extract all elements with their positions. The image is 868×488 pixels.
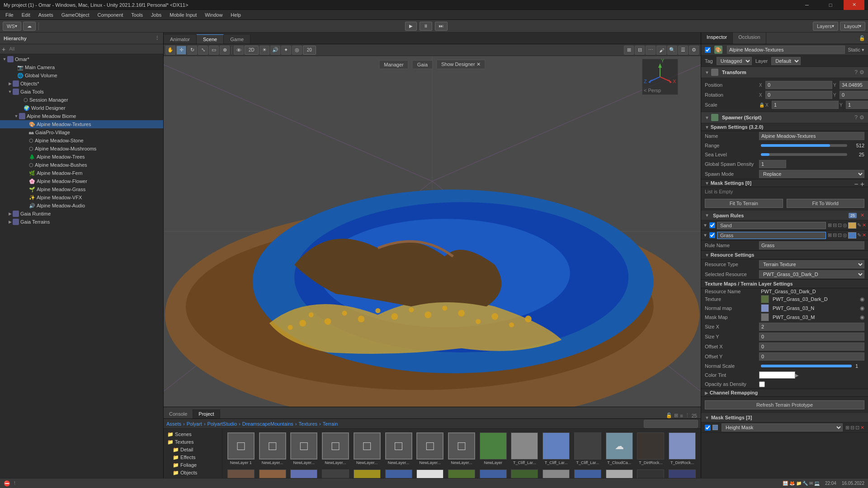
asset-tgrasster1[interactable]: T_GrassTer... (447, 469, 476, 479)
asset-tforestg3[interactable]: T_ForestG... (415, 469, 445, 479)
size-y-input[interactable] (759, 333, 864, 341)
workspace-button[interactable]: WS ▾ (3, 22, 21, 31)
viewport[interactable]: Manager Gaia Show Designer ✕ Y (164, 56, 701, 407)
settings-scene-button[interactable]: ⚙ (689, 46, 699, 55)
lock-icon[interactable]: 🔓 (666, 413, 672, 418)
tab-project[interactable]: Project (193, 409, 220, 418)
remove-mask-button[interactable]: − (854, 180, 858, 188)
grass-color-swatch[interactable] (848, 232, 856, 239)
opacity-checkbox[interactable] (759, 381, 765, 387)
asset-tforestg1[interactable]: T_ForestG... (352, 469, 382, 479)
asset-tforestg2[interactable]: T_ForestG... (384, 469, 414, 479)
menu-jobs[interactable]: Jobs (147, 11, 165, 19)
asset-tdirttilem2[interactable]: T_DirtTile_R (321, 469, 350, 479)
tab-scene[interactable]: Scene (197, 34, 224, 44)
rot-x-input[interactable] (765, 91, 832, 99)
h-item-audio[interactable]: 🔊 Alpine Meadow-Audio (0, 202, 163, 210)
asset-newlayer6[interactable]: □ NewLayer... (384, 432, 414, 466)
asset-tgrasster3[interactable]: T_GrassTer... (510, 469, 540, 479)
asset-tdirtrock3[interactable]: T_DirtRock... (226, 469, 256, 479)
object-active-checkbox[interactable] (705, 47, 711, 53)
breadcrumb-assets[interactable]: Assets (166, 421, 181, 427)
h-item-sessionmanager[interactable]: ⬡ Session Manager (0, 96, 163, 104)
asset-newlayer3[interactable]: □ NewLayer... (289, 432, 319, 466)
h-item-flower[interactable]: 🌸 Alpine Meadow-Flower (0, 177, 163, 185)
h-item-trees[interactable]: 🌲 Alpine Meadow-Trees (0, 153, 163, 161)
grass-checkbox[interactable] (709, 232, 715, 238)
folder-textures[interactable]: 📁 Textures (164, 438, 222, 446)
transform-header[interactable]: ▼ Transform ? ⚙ (701, 67, 868, 78)
menu-component[interactable]: Component (94, 11, 127, 19)
rotate-tool-button[interactable]: ↻ (187, 46, 197, 55)
folder-detail[interactable]: 📁 Detail (164, 446, 222, 454)
folder-objects[interactable]: 📁 Objects (164, 469, 222, 477)
mask-map-thumb[interactable] (761, 313, 769, 321)
asset-tcloud[interactable]: ☁ T_CloudCa... (604, 432, 634, 466)
asset-newlayer8[interactable]: □ NewLayer... (447, 432, 476, 466)
menu-help[interactable]: Help (227, 11, 245, 19)
settings-icon[interactable]: ⋮ (685, 413, 690, 418)
sand-action2[interactable]: ⊟ (833, 222, 837, 229)
asset-tdirttilem[interactable]: T_DirtTile_N (289, 469, 319, 479)
h-item-gaiaterrains[interactable]: ▶ Gaia Terrains (0, 218, 163, 226)
grass-action3[interactable]: ⊡ (838, 232, 842, 239)
asset-terrain022[interactable]: Terrain_02... (667, 469, 697, 479)
layers-scene-button[interactable]: ☰ (678, 46, 688, 55)
scale-x-input[interactable] (772, 101, 839, 109)
transform-settings[interactable]: ⚙ (859, 69, 864, 75)
grass-action2[interactable]: ⊟ (833, 232, 837, 239)
tab-occlusion[interactable]: Occlusion (733, 33, 766, 44)
range-slider[interactable] (761, 144, 847, 147)
tab-console[interactable]: Console (164, 409, 193, 418)
scale-tool-button[interactable]: ⤡ (198, 46, 208, 55)
search-scene-button[interactable]: 🔍 (667, 46, 677, 55)
grass-action4[interactable]: ◎ (843, 232, 847, 239)
spawner-settings[interactable]: ⚙ (859, 114, 864, 121)
mask-map-eye-icon[interactable]: ◉ (860, 314, 864, 320)
hierarchy-search-input[interactable] (5, 44, 161, 54)
layer-select[interactable]: Default (771, 57, 801, 65)
asset-newlayer7[interactable]: □ NewLayer... (415, 432, 445, 466)
asset-tdirtrock2[interactable]: T_DirtRock... (667, 432, 697, 466)
rule-name-input[interactable] (759, 241, 864, 249)
breadcrumb-polyartstudio[interactable]: PolyartStudio (208, 421, 237, 427)
pos-x-input[interactable] (765, 81, 832, 89)
normal-map-eye-icon[interactable]: ◉ (860, 305, 864, 311)
h-item-gaiaprovillage[interactable]: 🏘 GaiaPro-Village (0, 128, 163, 136)
rect-tool-button[interactable]: ▭ (209, 46, 219, 55)
spawner-help[interactable]: ? (854, 114, 858, 121)
grass-close[interactable]: ✕ (862, 232, 866, 239)
pause-button[interactable]: ⏸ (420, 22, 432, 31)
asset-tcliff1[interactable]: T_Cliff_Lar... (510, 432, 540, 466)
asset-tshoreti2[interactable]: T_ShoreTi... (573, 469, 603, 479)
asset-terrain021[interactable]: Terrain_02... (636, 469, 666, 479)
paint-button[interactable]: 🖌 (656, 46, 666, 55)
spawn-rules-close[interactable]: ✕ (860, 212, 864, 218)
spawner-header[interactable]: ▼ Spawner (Script) ? ⚙ (701, 112, 868, 123)
texture-eye-icon[interactable]: ◉ (860, 296, 864, 302)
grid-view-icon[interactable]: ⊞ (674, 413, 678, 418)
normal-map-thumb[interactable] (761, 304, 769, 312)
asset-tshoreti3[interactable]: T_ShoreTi... (604, 469, 634, 479)
close-button[interactable]: ✕ (844, 0, 864, 10)
cloud-button[interactable]: ☁ (23, 22, 36, 31)
normal-scale-slider[interactable] (761, 365, 852, 367)
minimize-button[interactable]: ─ (797, 0, 817, 10)
height-action2[interactable]: ⊟ (850, 425, 854, 431)
asset-newlayer1[interactable]: □ NewLayer 1 (226, 432, 256, 466)
pos-y-input[interactable] (840, 81, 868, 89)
h-item-gaiaruntime[interactable]: ▶ Gaia Runtime (0, 210, 163, 218)
spawn-mode-select[interactable]: Replace (759, 170, 864, 178)
maximize-button[interactable]: □ (820, 0, 841, 10)
transform-tool-button[interactable]: ⊕ (220, 46, 230, 55)
tab-game[interactable]: Game (224, 35, 250, 44)
breadcrumb-terrain[interactable]: Terrain (323, 421, 338, 427)
sand-close[interactable]: ✕ (862, 222, 866, 229)
hierarchy-add-icon[interactable]: + (2, 46, 5, 53)
menu-file[interactable]: File (2, 11, 17, 19)
h-item-alpinemeadowbiome[interactable]: ▼ Alpine Meadow Biome (0, 112, 163, 120)
h-item-worlddesigner[interactable]: 🌍 World Designer (0, 104, 163, 112)
spawn-settings-toggle[interactable]: ▼ (705, 125, 711, 130)
add-mask-button[interactable]: + (860, 180, 864, 188)
asset-tdirtrock1[interactable]: T_DirtRock... (636, 432, 666, 466)
